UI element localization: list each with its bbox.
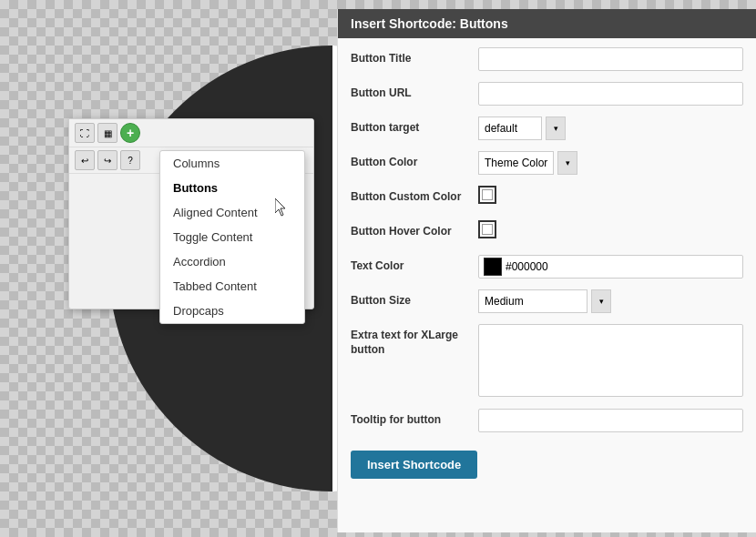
theme-color-text: Theme Color <box>478 151 554 175</box>
button-target-label: Button target <box>351 117 478 136</box>
text-color-value: #000000 <box>506 260 548 273</box>
button-target-select-wrapper: default ▾ <box>478 117 743 140</box>
shortcode-title: Insert Shortcode: Buttons <box>351 16 508 31</box>
fullscreen-button[interactable]: ⛶ <box>75 123 95 143</box>
text-color-row: Text Color #000000 <box>351 255 743 280</box>
menu-item-dropcaps[interactable]: Dropcaps <box>160 299 304 323</box>
button-hover-color-row: Button Hover Color <box>351 220 743 246</box>
text-color-swatch[interactable] <box>484 258 502 276</box>
button-url-label: Button URL <box>351 82 478 101</box>
button-size-control: Medium ▾ <box>478 289 743 313</box>
add-button[interactable]: + <box>120 123 140 143</box>
add-icon: + <box>127 126 134 140</box>
button-size-value: Medium <box>478 289 587 313</box>
button-color-label: Button Color <box>351 151 478 170</box>
button-color-row: Button Color Theme Color ▾ <box>351 151 743 177</box>
grid-icon: ▦ <box>104 128 112 138</box>
button-target-dropdown[interactable]: ▾ <box>546 117 566 140</box>
extra-text-input[interactable] <box>478 324 743 397</box>
dropdown-menu: Columns Buttons Aligned Content Toggle C… <box>159 150 305 324</box>
undo-button[interactable]: ↩ <box>75 150 95 170</box>
shortcode-body: Button Title Button URL Button target de… <box>338 38 756 525</box>
extra-text-row: Extra text for XLarge button <box>351 324 743 400</box>
button-url-input[interactable] <box>478 82 743 106</box>
text-color-label: Text Color <box>351 255 478 274</box>
button-size-row: Button Size Medium ▾ <box>351 289 743 315</box>
button-size-label: Button Size <box>351 289 478 309</box>
button-size-select-wrapper: Medium ▾ <box>478 289 743 313</box>
insert-shortcode-button[interactable]: Insert Shortcode <box>351 451 477 479</box>
help-icon: ? <box>128 156 133 166</box>
button-hover-color-label: Button Hover Color <box>351 220 478 239</box>
button-target-row: Button target default ▾ <box>351 117 743 142</box>
help-button[interactable]: ? <box>120 150 140 170</box>
button-title-row: Button Title <box>351 47 743 73</box>
tooltip-label: Tooltip for button <box>351 409 478 428</box>
menu-item-columns[interactable]: Columns <box>160 151 304 176</box>
menu-item-aligned-content[interactable]: Aligned Content <box>160 200 304 225</box>
extra-text-label: Extra text for XLarge button <box>351 324 478 357</box>
grid-button[interactable]: ▦ <box>97 123 117 143</box>
hover-color-swatch[interactable] <box>478 220 496 238</box>
menu-item-toggle-content[interactable]: Toggle Content <box>160 225 304 249</box>
button-title-input[interactable] <box>478 47 743 71</box>
button-title-label: Button Title <box>351 47 478 66</box>
redo-button[interactable]: ↪ <box>97 150 117 170</box>
menu-item-tabbed-content[interactable]: Tabbed Content <box>160 274 304 299</box>
undo-icon: ↩ <box>81 156 88 166</box>
text-color-input-wrapper: #000000 <box>478 255 743 279</box>
button-custom-color-label: Button Custom Color <box>351 186 478 205</box>
hover-color-inner <box>482 224 493 235</box>
tooltip-control <box>478 409 743 432</box>
button-hover-color-control <box>478 220 743 238</box>
button-color-control: Theme Color ▾ <box>478 151 743 175</box>
fullscreen-icon: ⛶ <box>80 128 89 138</box>
button-url-row: Button URL <box>351 82 743 107</box>
tooltip-row: Tooltip for button <box>351 409 743 434</box>
button-target-value: default <box>478 117 542 140</box>
custom-color-inner <box>482 189 493 200</box>
button-title-control <box>478 47 743 71</box>
theme-color-select: Theme Color ▾ <box>478 151 743 175</box>
button-url-control <box>478 82 743 106</box>
button-custom-color-row: Button Custom Color <box>351 186 743 211</box>
editor-toolbar: ⛶ ▦ + <box>69 119 313 147</box>
button-custom-color-control <box>478 186 743 204</box>
tooltip-input[interactable] <box>478 409 743 432</box>
shortcode-header: Insert Shortcode: Buttons <box>338 9 756 38</box>
text-color-control: #000000 <box>478 255 743 279</box>
custom-color-swatch[interactable] <box>478 186 496 204</box>
menu-item-accordion[interactable]: Accordion <box>160 249 304 274</box>
extra-text-control <box>478 324 743 400</box>
menu-item-buttons[interactable]: Buttons <box>160 176 304 200</box>
theme-color-dropdown[interactable]: ▾ <box>557 151 577 175</box>
shortcode-panel: Insert Shortcode: Buttons Button Title B… <box>337 9 756 532</box>
redo-icon: ↪ <box>104 156 111 166</box>
button-size-dropdown[interactable]: ▾ <box>591 289 611 313</box>
button-target-control: default ▾ <box>478 117 743 140</box>
